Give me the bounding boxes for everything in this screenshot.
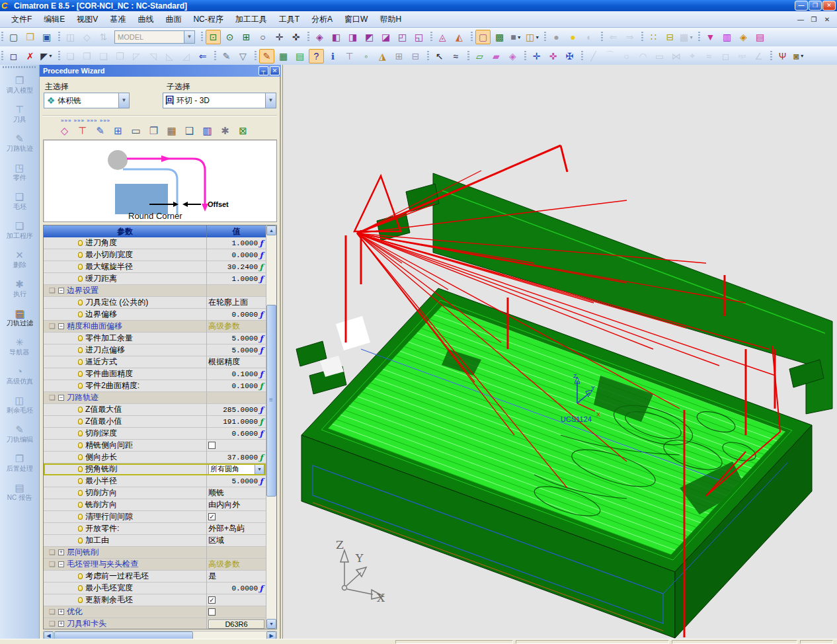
scroll-up-button[interactable]: ▲ — [266, 225, 276, 235]
formula-icon[interactable]: ƒ — [258, 584, 264, 593]
chevron-down-icon[interactable]: ▼ — [48, 54, 53, 58]
restore-button[interactable]: ❐ — [809, 1, 822, 11]
table-row-13[interactable]: ❏−刀路轨迹 — [44, 392, 266, 404]
table-row-29[interactable]: 最小毛坯宽度0.0000ƒ — [44, 583, 266, 594]
wiz-simulate-icon[interactable]: ❑ — [180, 123, 198, 139]
table-row-3[interactable]: 缓刀距离1.0000ƒ — [44, 273, 266, 285]
formula-icon[interactable]: ƒ — [258, 429, 264, 438]
formula-icon[interactable]: ƒ — [258, 334, 264, 343]
wizard-pin-button[interactable]: ┬ — [259, 66, 268, 75]
formula-icon[interactable]: ƒ — [258, 477, 264, 486]
chevron-down-icon[interactable]: ▼ — [689, 35, 694, 40]
formula-icon[interactable]: ƒ — [258, 405, 264, 415]
fillet-tool-icon[interactable]: ◠ — [635, 49, 651, 63]
table-row-12[interactable]: 零件2曲面精度:0.1000ƒ — [44, 380, 266, 392]
checkbox-checked[interactable]: ✓ — [208, 513, 216, 520]
sidebar-item-toolpath-edit[interactable]: ✎ 刀轨编辑 — [1, 419, 39, 448]
sidebar-item-execute[interactable]: ✱ 执行 — [1, 274, 39, 303]
table-row-21[interactable]: 切削方向顺铣 — [44, 487, 266, 499]
scrollbar-thumb[interactable] — [266, 305, 276, 497]
info-icon[interactable]: ℹ — [325, 49, 340, 63]
param-column-header[interactable]: 参数 — [44, 225, 207, 237]
chevron-down-icon[interactable]: ▼ — [800, 54, 805, 58]
pick-cancel-icon[interactable]: ✗ — [22, 49, 38, 63]
clip-view-icon[interactable]: ◫▼ — [525, 30, 540, 44]
plane-green-icon[interactable]: ▱ — [472, 49, 487, 63]
table-row-18[interactable]: 侧向步长37.8000ƒ — [44, 452, 266, 463]
formula-icon[interactable]: ƒ — [258, 251, 264, 260]
table-row-5[interactable]: 刀具定位 (公共的)在轮廓上面 — [44, 297, 266, 309]
spline-tool-icon[interactable]: ≈ — [701, 49, 717, 63]
value-column-header[interactable]: 值 — [207, 225, 266, 237]
load-ref-model-icon[interactable]: ◫ — [63, 30, 78, 44]
delete-geometry-icon[interactable]: ◸ — [129, 49, 144, 63]
menu-item-3[interactable]: 基准 — [104, 12, 132, 27]
wiz-preview-icon[interactable]: ▭ — [127, 123, 145, 139]
menu-item-4[interactable]: 曲线 — [132, 12, 159, 27]
nc-tool-icon[interactable]: ▼ — [703, 30, 718, 44]
graphics-viewport[interactable]: Z Y X UCS1124 Z Y X — [282, 65, 837, 639]
view-forward-icon[interactable]: ⇒ — [622, 30, 637, 44]
trim-tool-icon[interactable]: ⋈ — [668, 49, 684, 63]
axes-blue-icon[interactable]: ✛ — [529, 49, 544, 63]
menu-item-8[interactable]: 工具T — [273, 12, 305, 27]
formula-icon[interactable]: ƒ — [258, 382, 264, 391]
sidebar-item-toolpath[interactable]: ✎ 刀路轨迹 — [1, 128, 39, 157]
table-row-8[interactable]: 零件加工余量5.0000ƒ — [44, 333, 266, 344]
pin-object-icon[interactable]: ⊤ — [342, 49, 357, 63]
wiz-batch-icon[interactable]: ✱ — [216, 123, 234, 139]
value-dropdown[interactable]: 所有圆角▼ — [208, 464, 264, 475]
move-geometry-icon[interactable]: ❐ — [79, 49, 95, 63]
table-row-9[interactable]: 进刀点偏移5.0000ƒ — [44, 344, 266, 356]
menu-item-9[interactable]: 分析A — [305, 12, 339, 27]
mirror-geometry-icon[interactable]: ❑ — [96, 49, 111, 63]
table-row-25[interactable]: 加工由区域 — [44, 535, 266, 547]
table-row-16[interactable]: 切削深度0.6000ƒ — [44, 428, 266, 440]
model-combobox[interactable]: MODEL▼ — [114, 30, 195, 44]
attach-table-icon[interactable]: ▦▼ — [679, 30, 694, 44]
vertical-scrollbar[interactable]: ▲ ▼ — [266, 225, 276, 629]
extend-geometry-icon[interactable]: ◺ — [162, 49, 177, 63]
sidebar-item-procedures[interactable]: ❏ 加工程序 — [1, 216, 39, 245]
table-row-10[interactable]: 逼近方式根据精度 — [44, 356, 266, 368]
view-previous-icon[interactable]: ◬ — [435, 30, 450, 44]
sidebar-item-stock[interactable]: ❑ 毛坯 — [1, 186, 39, 216]
xyz-coords-icon[interactable]: xyz — [735, 49, 750, 63]
zoom-icon[interactable]: ○ — [255, 30, 270, 44]
menu-item-11[interactable]: 帮助H — [374, 12, 407, 27]
table-row-20[interactable]: 最小半径5.0000ƒ — [44, 475, 266, 487]
expand-icon[interactable]: + — [58, 621, 64, 627]
pick-filter-icon[interactable]: ◤▼ — [39, 49, 54, 63]
bottom-view-icon[interactable]: ◪ — [378, 30, 393, 44]
select-arrow-icon[interactable]: ↖ — [432, 49, 447, 63]
advanced-params-link[interactable]: 高级参数 — [208, 321, 240, 332]
render-mode-icon[interactable]: ◙▼ — [791, 49, 807, 63]
checkbox-unchecked[interactable] — [208, 608, 216, 616]
formula-icon[interactable]: ƒ — [258, 370, 264, 379]
formula-icon[interactable]: ƒ — [258, 346, 264, 355]
table-row-11[interactable]: 零件曲面精度0.1000ƒ — [44, 368, 266, 380]
plane-pink-icon[interactable]: ▰ — [489, 49, 504, 63]
left-view-icon[interactable]: ◰ — [395, 30, 410, 44]
table-row-32[interactable]: ❏+刀具和卡头D63R6 — [44, 618, 266, 629]
advanced-params-link[interactable]: 高级参数 — [208, 559, 240, 570]
menu-item-1[interactable]: 编辑E — [38, 12, 71, 27]
main-select-combobox[interactable]: ❖ 体积铣 ▼ — [44, 93, 130, 108]
axes-move-icon[interactable]: ✠ — [562, 49, 577, 63]
menu-item-6[interactable]: NC-程序 — [187, 12, 229, 27]
formula-icon[interactable]: ƒ — [258, 453, 264, 462]
arc-tool-icon[interactable]: ⌒ — [602, 49, 618, 63]
angle-tool-icon[interactable]: ∠ — [751, 49, 766, 63]
table-row-27[interactable]: ❏−毛坯管理与夹头检查高级参数 — [44, 559, 266, 571]
collapse-icon[interactable]: − — [58, 323, 64, 329]
table-row-24[interactable]: 开放零件:外部+岛屿 — [44, 523, 266, 535]
split-horizontal-icon[interactable]: ⊞ — [391, 49, 407, 63]
nc-machine-icon[interactable]: ▤ — [752, 30, 768, 44]
checkbox-checked[interactable]: ✓ — [208, 596, 216, 604]
table-row-17[interactable]: 精铣侧向间距 — [44, 440, 266, 452]
wiz-boundary-icon[interactable]: ⊞ — [109, 123, 127, 139]
chevron-down-icon[interactable]: ▼ — [265, 93, 276, 108]
chevron-down-icon[interactable]: ▼ — [255, 465, 264, 474]
axes-pink-icon[interactable]: ✜ — [545, 49, 561, 63]
context-help-icon[interactable]: ? — [309, 49, 324, 63]
